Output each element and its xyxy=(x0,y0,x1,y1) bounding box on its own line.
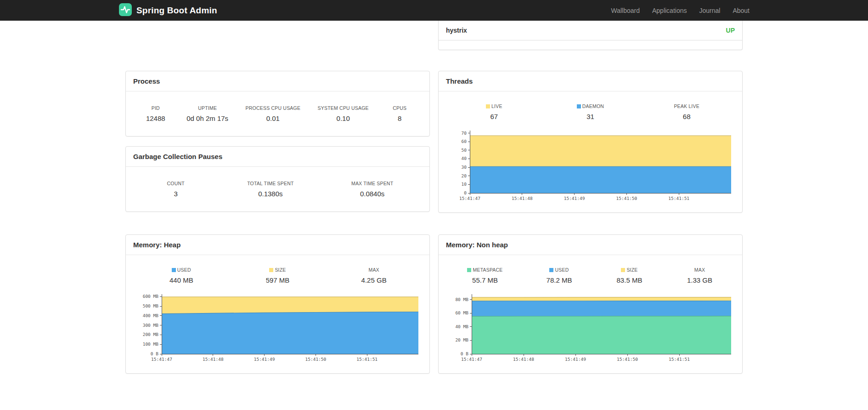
legend-swatch-metaspace xyxy=(467,268,471,272)
nav-item-applications[interactable]: Applications xyxy=(652,7,687,14)
legend-used: USED 78.2 MB xyxy=(545,267,573,284)
svg-text:20 MB: 20 MB xyxy=(455,337,468,342)
svg-text:15:41:51: 15:41:51 xyxy=(356,357,378,362)
svg-text:20: 20 xyxy=(462,173,467,178)
heap-chart: 0 B100 MB200 MB300 MB400 MB500 MB600 MB1… xyxy=(133,291,422,364)
stat-value: 83.5 MB xyxy=(615,276,643,284)
stat-value: 31 xyxy=(576,113,604,120)
stat-pid: PID 12488 xyxy=(142,105,169,122)
brand-link[interactable]: Spring Boot Admin xyxy=(118,3,217,18)
stat-value: 597 MB xyxy=(264,276,291,284)
svg-text:100 MB: 100 MB xyxy=(143,342,159,347)
legend-size: SIZE 597 MB xyxy=(264,267,291,284)
stat-label: SIZE xyxy=(615,267,643,273)
brand-title: Spring Boot Admin xyxy=(136,6,217,16)
stat-value: 0.0840s xyxy=(351,190,393,198)
nonheap-panel-header: Memory: Non heap xyxy=(439,235,742,255)
threads-legend: LIVE 67 DAEMON 31 PEAK LIVE 68 xyxy=(439,91,742,120)
stat-peak-live: PEAK LIVE 68 xyxy=(673,103,700,120)
heap-panel: Memory: Heap USED 440 MB SIZE xyxy=(125,234,430,374)
nonheap-panel: Memory: Non heap METASPACE 55.7 MB USED xyxy=(438,234,743,374)
svg-text:15:41:47: 15:41:47 xyxy=(459,196,480,201)
stat-max: MAX 1.33 GB xyxy=(686,267,713,284)
stat-label: LIVE xyxy=(480,103,508,109)
brand-logo-icon xyxy=(118,3,132,18)
svg-text:50: 50 xyxy=(462,148,467,153)
svg-text:15:41:50: 15:41:50 xyxy=(617,357,638,362)
legend-swatch-daemon xyxy=(577,104,581,108)
process-panel: Process PID 12488 UPTIME 0d 0h 2m 17s PR… xyxy=(125,71,430,137)
heap-panel-header: Memory: Heap xyxy=(126,235,429,255)
stat-value: 67 xyxy=(480,113,508,120)
nav-links: Wallboard Applications Journal About xyxy=(611,7,750,14)
stat-value: 0.01 xyxy=(246,114,301,122)
stat-gc-max-time: MAX TIME SPENT 0.0840s xyxy=(351,181,393,198)
svg-text:15:41:49: 15:41:49 xyxy=(565,357,586,362)
gc-panel: Garbage Collection Pauses COUNT 3 TOTAL … xyxy=(125,146,430,212)
svg-text:15:41:50: 15:41:50 xyxy=(616,196,637,201)
stat-label: METASPACE xyxy=(467,267,502,273)
nav-item-about[interactable]: About xyxy=(733,7,750,14)
svg-text:30: 30 xyxy=(462,165,467,170)
stat-value: 440 MB xyxy=(168,276,195,284)
gc-stats: COUNT 3 TOTAL TIME SPENT 0.1380s MAX TIM… xyxy=(126,167,429,211)
svg-text:500 MB: 500 MB xyxy=(143,303,159,308)
status-badge: UP xyxy=(726,27,735,34)
process-panel-header: Process xyxy=(126,71,429,91)
stat-label: USED xyxy=(168,267,195,273)
stat-label: CPUS xyxy=(386,105,413,111)
svg-text:15:41:48: 15:41:48 xyxy=(513,357,534,362)
stat-value: 0d 0h 2m 17s xyxy=(186,114,228,122)
stat-cpus: CPUS 8 xyxy=(386,105,413,122)
threads-panel-header: Threads xyxy=(439,71,742,91)
stat-label-text: SIZE xyxy=(275,267,286,273)
stat-label: MAX xyxy=(360,267,388,273)
panel-title: Garbage Collection Pauses xyxy=(133,153,422,160)
nonheap-chart: 0 B20 MB40 MB60 MB80 MB15:41:4715:41:481… xyxy=(446,291,735,364)
svg-text:300 MB: 300 MB xyxy=(143,323,159,328)
stat-value: 0.10 xyxy=(318,114,369,122)
svg-text:60: 60 xyxy=(462,139,467,144)
stat-label: UPTIME xyxy=(186,105,228,111)
svg-text:0: 0 xyxy=(464,190,467,195)
threads-chart: 01020304050607015:41:4715:41:4815:41:491… xyxy=(446,128,735,203)
nonheap-legend: METASPACE 55.7 MB USED 78.2 MB xyxy=(439,255,742,284)
stat-label: SYSTEM CPU USAGE xyxy=(318,105,369,111)
navbar: Spring Boot Admin Wallboard Applications… xyxy=(0,0,868,21)
stat-label: PROCESS CPU USAGE xyxy=(246,105,301,111)
svg-text:15:41:47: 15:41:47 xyxy=(151,357,172,362)
panel-title: Memory: Heap xyxy=(133,241,422,249)
svg-text:15:41:50: 15:41:50 xyxy=(305,357,327,362)
svg-text:15:41:49: 15:41:49 xyxy=(254,357,275,362)
stat-system-cpu: SYSTEM CPU USAGE 0.10 xyxy=(318,105,369,122)
stat-label-text: SIZE xyxy=(626,267,637,273)
legend-swatch-used xyxy=(549,268,553,272)
legend-size: SIZE 83.5 MB xyxy=(615,267,643,284)
legend-daemon: DAEMON 31 xyxy=(576,103,604,120)
stat-label-text: USED xyxy=(555,267,569,273)
svg-text:10: 10 xyxy=(462,182,467,187)
stat-process-cpu: PROCESS CPU USAGE 0.01 xyxy=(246,105,301,122)
stat-value: 1.33 GB xyxy=(686,276,713,284)
stat-label: DAEMON xyxy=(576,103,604,109)
svg-text:15:41:47: 15:41:47 xyxy=(461,357,482,362)
panel-title: Process xyxy=(133,77,422,85)
stat-gc-count: COUNT 3 xyxy=(162,181,190,198)
svg-text:15:41:48: 15:41:48 xyxy=(512,196,533,201)
svg-text:400 MB: 400 MB xyxy=(143,313,159,318)
svg-text:200 MB: 200 MB xyxy=(143,332,159,337)
legend-metaspace: METASPACE 55.7 MB xyxy=(467,267,502,284)
svg-text:40 MB: 40 MB xyxy=(455,324,468,329)
top-left-spacer xyxy=(125,21,430,50)
nav-item-journal[interactable]: Journal xyxy=(699,7,720,14)
stat-value: 12488 xyxy=(142,114,169,122)
stat-label: SIZE xyxy=(264,267,291,273)
legend-swatch-used xyxy=(172,268,176,272)
svg-text:60 MB: 60 MB xyxy=(455,310,468,315)
stat-label-text: METASPACE xyxy=(473,267,502,273)
gc-panel-header: Garbage Collection Pauses xyxy=(126,147,429,167)
svg-text:15:41:51: 15:41:51 xyxy=(669,357,690,362)
stat-label: COUNT xyxy=(162,181,190,186)
svg-text:40: 40 xyxy=(462,156,467,161)
nav-item-wallboard[interactable]: Wallboard xyxy=(611,7,640,14)
